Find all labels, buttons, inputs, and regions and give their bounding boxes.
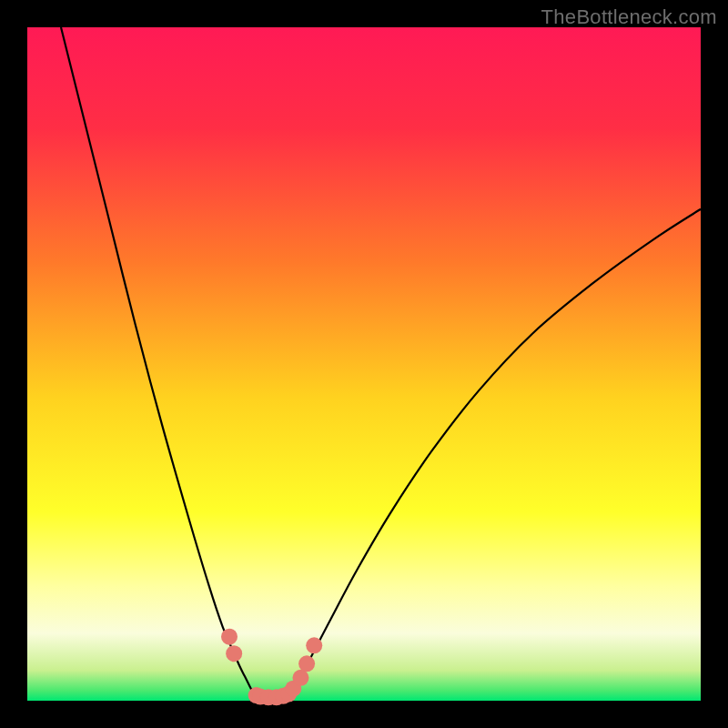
watermark-text: TheBottleneck.com [541, 5, 717, 29]
marker-dot [298, 655, 315, 672]
marker-dot [221, 629, 238, 645]
plot-area [27, 27, 701, 701]
chart-frame: TheBottleneck.com [0, 0, 728, 728]
marker-dot [226, 645, 242, 662]
marker-dot [306, 637, 322, 653]
chart-svg [27, 27, 701, 701]
marker-dot [292, 670, 308, 686]
gradient-background [27, 27, 701, 701]
